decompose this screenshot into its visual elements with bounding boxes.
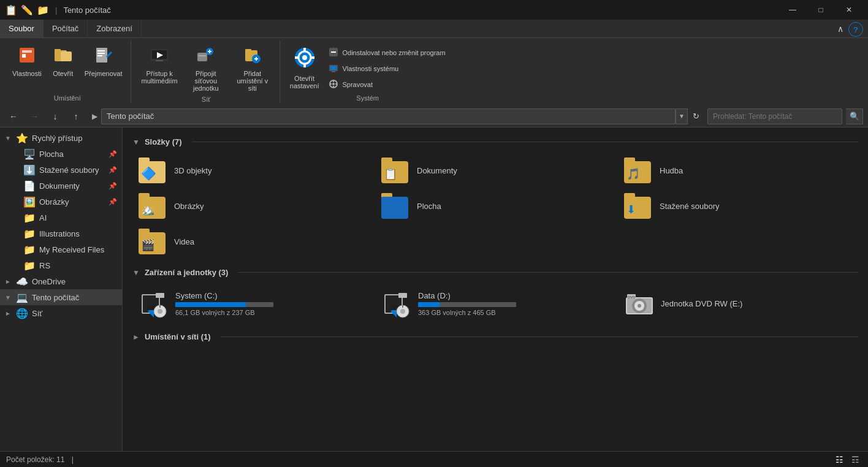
drive-c-icon (139, 288, 169, 319)
sidebar-item-label: Síť (32, 309, 117, 318)
pripojit-icon (196, 45, 216, 69)
drive-name: Data (D:) (418, 291, 516, 300)
sidebar-item-label: Obrázky (39, 197, 105, 207)
svg-rect-9 (97, 55, 102, 56)
dropdown-nav-button[interactable]: ↓ (47, 108, 64, 125)
section-chevron-down: ▼ (132, 268, 140, 277)
vlastnosti-systemu-icon (329, 63, 338, 74)
drive-info: Jednotka DVD RW (E:) (661, 299, 742, 308)
sidebar-item-rychly-pristup[interactable]: ▼ ⭐ Rychlý přístup (0, 130, 122, 146)
sidebar-item-dokumenty[interactable]: 📄 Dokumenty 📌 (0, 178, 122, 194)
drive-grid: System (C:) 66,1 GB volných z 237 GB (132, 284, 858, 322)
pridat-icon (243, 45, 262, 69)
prejmenovat-button[interactable]: Přejmenovat (81, 43, 126, 80)
folder-overlay-icon: 🎵 (626, 167, 640, 181)
sidebar-item-label: OneDrive (32, 277, 117, 286)
main-area: ▼ ⭐ Rychlý přístup 🖥️ Plocha 📌 ⬇️ Stažen… (0, 127, 868, 451)
svg-rect-40 (333, 86, 334, 88)
sidebar-item-sit[interactable]: ► 🌐 Síť (0, 305, 122, 321)
folder-videa[interactable]: 🎬 Videa (132, 225, 373, 258)
pridat-umisteni-button[interactable]: Přidatumístění v síti (230, 43, 275, 94)
section-header-zarizeni[interactable]: ▼ Zařízení a jednotky (3) (132, 268, 858, 277)
status-bar-right: ☷ ☶ (832, 453, 862, 466)
back-button[interactable]: ← (5, 108, 22, 125)
sidebar-item-my-received-files[interactable]: 📁 My Received Files (0, 241, 122, 257)
drive-dvd-e[interactable]: DVD Jednotka DVD RW (E:) (618, 284, 858, 322)
sidebar-item-ai[interactable]: 📁 AI (0, 210, 122, 226)
refresh-button[interactable]: ↻ (688, 108, 704, 124)
otevrit-button[interactable]: Otevřít (48, 43, 78, 80)
section-header-umisteni-v-siti[interactable]: ► Umístění v síti (1) (132, 332, 858, 341)
sidebar-item-illustrations[interactable]: 📁 Illustrations (0, 226, 122, 241)
rs-icon: 📁 (23, 260, 36, 271)
folder-obrazky[interactable]: 🏔️ Obrázky (132, 189, 373, 222)
sidebar-item-tento-pocitac[interactable]: ▼ 💻 Tento počítač (0, 289, 122, 305)
list-view-button[interactable]: ☷ (832, 453, 846, 466)
pristup-k-multimedium-button[interactable]: Přístup kmultimédiím (137, 43, 181, 87)
address-input[interactable] (101, 108, 676, 124)
tab-zobrazeni[interactable]: Zobrazení (88, 20, 142, 37)
section-title-umisteni-v-siti: Umístění v síti (1) (145, 332, 211, 341)
dokumenty-icon: 📄 (23, 180, 36, 192)
window-title: Tento počítač (63, 6, 110, 15)
ribbon-content: Vlastnosti Otevřít Přejmenovat Umístění (0, 38, 868, 105)
my-received-files-icon: 📁 (23, 244, 36, 256)
obrazky-icon: 🖼️ (23, 196, 36, 208)
folder-dokumenty[interactable]: 📋 Dokumenty (375, 154, 615, 187)
chevron-down-icon: ▼ (5, 135, 12, 142)
pin-icon: 📌 (108, 150, 117, 158)
folder-hudba[interactable]: 🎵 Hudba (618, 154, 858, 187)
drive-data-d[interactable]: Data (D:) 363 GB volných z 465 GB (375, 284, 615, 322)
sidebar-item-onedrive[interactable]: ► ☁️ OneDrive (0, 273, 122, 289)
pin-icon: 📌 (108, 182, 117, 190)
folder-3d-objekty[interactable]: 🔷 3D objekty (132, 154, 373, 187)
address-bar: ← → ↓ ↑ ▶ ▼ ↻ 🔍 (0, 105, 868, 127)
sidebar-item-label: Tento počítač (32, 293, 117, 302)
svg-rect-14 (156, 60, 163, 61)
chevron-down-icon: ▼ (5, 294, 12, 301)
otevrit-nastaveni-button[interactable]: Otevřítnastavení (286, 43, 323, 92)
search-button[interactable]: 🔍 (846, 108, 863, 124)
close-button[interactable]: ✕ (835, 0, 863, 20)
minimize-button[interactable]: — (779, 0, 807, 20)
folder-overlay-icon: 🎬 (141, 238, 154, 252)
sidebar-item-stazene-soubory[interactable]: ⬇️ Stažené soubory 📌 (0, 162, 122, 178)
up-button[interactable]: ↑ (67, 108, 85, 125)
section-header-slozky[interactable]: ▼ Složky (7) (132, 137, 858, 146)
nastaveni-label: Otevřítnastavení (290, 75, 319, 89)
address-dropdown-button[interactable]: ▼ (676, 108, 688, 124)
forward-button[interactable]: → (26, 108, 43, 125)
folder-base (381, 197, 408, 219)
section-divider (221, 336, 858, 337)
svg-rect-33 (331, 51, 336, 53)
tab-soubor[interactable]: Soubor (0, 20, 44, 37)
svg-point-48 (158, 309, 162, 314)
ribbon-group-umisteni: Vlastnosti Otevřít Přejmenovat Umístění (4, 40, 131, 103)
spravovat-icon (329, 79, 338, 90)
spravovat-button[interactable]: Spravovat (325, 77, 449, 92)
sidebar-item-obrazky[interactable]: 🖼️ Obrázky 📌 (0, 194, 122, 210)
vlastnosti-button[interactable]: Vlastnosti (9, 43, 45, 80)
ribbon: Soubor Počítač Zobrazení ∧ ? Vlastnosti (0, 20, 868, 105)
sidebar-item-plocha[interactable]: 🖥️ Plocha 📌 (0, 146, 122, 162)
folder-icon-wrapper (381, 193, 411, 219)
svg-rect-16 (199, 55, 206, 56)
vlastnosti-systemu-button[interactable]: Vlastnosti systému (325, 61, 449, 76)
help-button[interactable]: ? (848, 22, 863, 37)
odinstalovat-button[interactable]: Odinstalovat nebo změnit program (325, 45, 449, 60)
folder-stazene-soubory[interactable]: ⬇ Stažené soubory (618, 189, 858, 222)
tile-view-button[interactable]: ☶ (848, 453, 862, 466)
search-input[interactable] (707, 108, 842, 124)
sidebar-item-rs[interactable]: 📁 RS (0, 257, 122, 273)
title-controls: — □ ✕ (779, 0, 863, 20)
status-item-count: Počet položek: 11 | (6, 455, 74, 464)
folder-overlay-icon: 🔷 (141, 166, 156, 181)
ribbon-collapse-button[interactable]: ∧ (835, 21, 846, 36)
maximize-button[interactable]: □ (807, 0, 835, 20)
otevrit-label: Otevřít (53, 70, 73, 77)
drive-system-c[interactable]: System (C:) 66,1 GB volných z 237 GB (132, 284, 373, 322)
pripojit-sitovou-jednotku-button[interactable]: Připojit síťovoujednotku (184, 43, 228, 94)
folder-plocha[interactable]: Plocha (375, 189, 615, 222)
tab-pocitac[interactable]: Počítač (44, 20, 88, 37)
ribbon-group-system-label: Systém (286, 93, 449, 103)
